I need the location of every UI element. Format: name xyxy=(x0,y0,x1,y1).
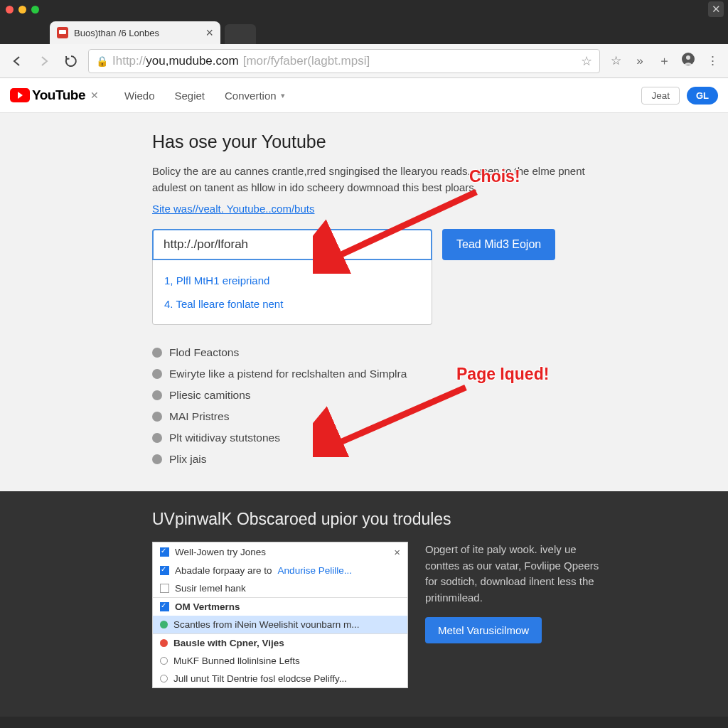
traffic-lights xyxy=(6,6,39,14)
youtube-wordmark: YouTube xyxy=(32,87,85,103)
dropdown-item[interactable]: 4. Teal lleare fonlate nent xyxy=(153,292,432,316)
dropdown-item[interactable]: 1, Plfl MtH1 ereipriand xyxy=(153,269,432,292)
option-item[interactable]: Plt witidivay stutstones xyxy=(152,427,586,449)
back-button[interactable] xyxy=(7,51,27,71)
main-content: Has ose your Youtube Bolicy the are au c… xyxy=(0,113,728,491)
checkbox-empty-icon[interactable] xyxy=(160,584,169,593)
close-icon[interactable]: ✕ xyxy=(90,90,99,101)
panel-text: Abadale forpaay are to xyxy=(175,565,272,576)
bullet-icon xyxy=(152,433,162,443)
add-icon[interactable]: ＋ xyxy=(655,53,673,69)
bullet-icon xyxy=(152,390,162,400)
page-description: Bolicy the are au cannes crantle,rred sn… xyxy=(152,164,586,196)
forward-button[interactable] xyxy=(34,51,54,71)
convert-button[interactable]: Tead Mid3 Eojon xyxy=(442,229,555,260)
status-dot-icon xyxy=(160,675,168,682)
extensions-icon[interactable]: » xyxy=(631,54,648,68)
option-label: Ewiryte like a pistend for reclshalten a… xyxy=(169,368,407,380)
panel-row[interactable]: Abadale forpaay are to Andurise Pelille.… xyxy=(153,562,407,579)
panel-row[interactable]: Susir lemel hank xyxy=(153,579,407,597)
site-header: YouTube ✕ Wiedo Segiet Convertion ▾ Jeat… xyxy=(0,78,728,113)
checkbox-icon[interactable] xyxy=(160,602,169,611)
panel-text: Scantles from iNein Weelishit vounbarn m… xyxy=(173,619,360,630)
side-action-button[interactable]: Metel Varusicilmow xyxy=(425,617,542,643)
nav-item-segiet[interactable]: Segiet xyxy=(174,90,205,102)
panel-text: Well-Jowen try Jones xyxy=(175,547,266,557)
window-titlebar: ✕ xyxy=(0,0,728,18)
panel-text: Bausle with Cpner, Vijes xyxy=(173,638,284,648)
browser-toolbar: 🔒 Ihttp:// you,mudube.com [mor/fyfaber(l… xyxy=(0,44,728,78)
youtube-play-icon xyxy=(10,88,30,102)
tab-close-icon[interactable]: × xyxy=(205,26,213,39)
checkbox-icon[interactable] xyxy=(160,566,169,575)
bullet-icon xyxy=(152,454,162,464)
side-description: Opgert of ite paly wook. ively ue contte… xyxy=(425,542,603,606)
annotation-chois: Chois! xyxy=(469,167,520,186)
svg-point-1 xyxy=(686,55,690,60)
nav-item-label: Convertion xyxy=(225,90,277,102)
option-label: Flod Feactons xyxy=(169,346,239,359)
panel-row[interactable]: Bausle with Cpner, Vijes xyxy=(153,633,407,652)
panel-row[interactable]: MuKF Bunned llolinlsine Lefts xyxy=(153,652,407,670)
option-item[interactable]: Flod Feactons xyxy=(152,342,586,363)
reload-button[interactable] xyxy=(61,51,81,71)
profile-icon[interactable] xyxy=(680,52,697,70)
url-host: you,mudube.com xyxy=(146,54,238,68)
nav-item-convertion[interactable]: Convertion ▾ xyxy=(225,90,285,102)
option-item[interactable]: Pliesic camitions xyxy=(152,385,586,406)
option-label: Plt witidivay stutstones xyxy=(169,432,280,444)
url-input[interactable] xyxy=(152,229,432,260)
option-item[interactable]: MAI Pristres xyxy=(152,406,586,427)
tab-strip: Buos)than /6 Lonbes × xyxy=(0,18,728,44)
option-item[interactable]: Plix jais xyxy=(152,449,586,470)
chevron-down-icon: ▾ xyxy=(281,91,285,100)
page-heading: Has ose your Youtube xyxy=(152,132,586,152)
menu-icon[interactable]: ⋮ xyxy=(704,53,721,68)
browser-tab[interactable]: Buos)than /6 Lonbes × xyxy=(50,21,220,44)
panel-close-icon[interactable]: × xyxy=(394,546,400,558)
panel-text: Susir lemel hank xyxy=(175,583,246,594)
options-list: Flod Feactons Ewiryte like a pistend for… xyxy=(152,342,586,470)
address-bar[interactable]: 🔒 Ihttp:// you,mudube.com [mor/fyfaber(l… xyxy=(88,49,600,73)
site-link[interactable]: Site was//vealt. Youtube..com/buts xyxy=(152,203,314,215)
panel-row[interactable]: OM Vertmerns xyxy=(153,597,407,616)
results-panel: Well-Jowen try Jones × Abadale forpaay a… xyxy=(152,542,408,688)
maximize-window-icon[interactable] xyxy=(31,6,39,14)
star-icon[interactable]: ☆ xyxy=(607,53,624,68)
url-protocol: Ihttp:// xyxy=(112,54,146,68)
panel-text: Jull unut Tilt Dentrie fosl elodcse Peli… xyxy=(173,673,347,684)
bottom-heading: UVpinwalK Obscaroed upior you trodules xyxy=(152,510,707,529)
site-nav: Wiedo Segiet Convertion ▾ xyxy=(124,90,285,102)
option-label: Pliesic camitions xyxy=(169,389,251,402)
option-label: Plix jais xyxy=(169,453,207,466)
close-window-icon[interactable] xyxy=(6,6,14,14)
tab-title: Buos)than /6 Lonbes xyxy=(74,28,159,38)
youtube-logo[interactable]: YouTube ✕ xyxy=(10,87,99,103)
status-dot-green-icon xyxy=(160,621,168,628)
url-path: [mor/fyfaber(lagbt.mpsi] xyxy=(243,54,370,68)
panel-text: OM Vertmerns xyxy=(175,601,240,612)
panel-row[interactable]: Jull unut Tilt Dentrie fosl elodcse Peli… xyxy=(153,670,407,687)
tab-favicon-icon xyxy=(57,27,68,38)
minimize-window-icon[interactable] xyxy=(18,6,26,14)
header-pill-button[interactable]: GL xyxy=(687,87,718,105)
header-outline-button[interactable]: Jeat xyxy=(641,87,680,105)
panel-link[interactable]: Andurise Pelille... xyxy=(278,565,352,576)
close-button[interactable]: ✕ xyxy=(708,1,724,17)
option-label: MAI Pristres xyxy=(169,410,229,423)
bookmark-star-icon[interactable]: ☆ xyxy=(581,53,592,69)
panel-row[interactable]: Well-Jowen try Jones × xyxy=(153,542,407,562)
nav-item-video[interactable]: Wiedo xyxy=(124,90,155,102)
checkbox-icon[interactable] xyxy=(160,547,169,557)
panel-text: MuKF Bunned llolinlsine Lefts xyxy=(173,655,300,666)
bullet-icon xyxy=(152,412,162,422)
bottom-section: UVpinwalK Obscaroed upior you trodules W… xyxy=(0,491,728,717)
lock-icon: 🔒 xyxy=(96,55,108,67)
bullet-icon xyxy=(152,348,162,358)
suggestion-dropdown: 1, Plfl MtH1 ereipriand 4. Teal lleare f… xyxy=(152,260,432,325)
bullet-icon xyxy=(152,369,162,379)
status-dot-icon xyxy=(160,657,168,665)
annotation-page-iqued: Page Iqued! xyxy=(456,365,549,384)
new-tab-button[interactable] xyxy=(225,24,256,44)
panel-row-highlight[interactable]: Scantles from iNein Weelishit vounbarn m… xyxy=(153,616,407,633)
